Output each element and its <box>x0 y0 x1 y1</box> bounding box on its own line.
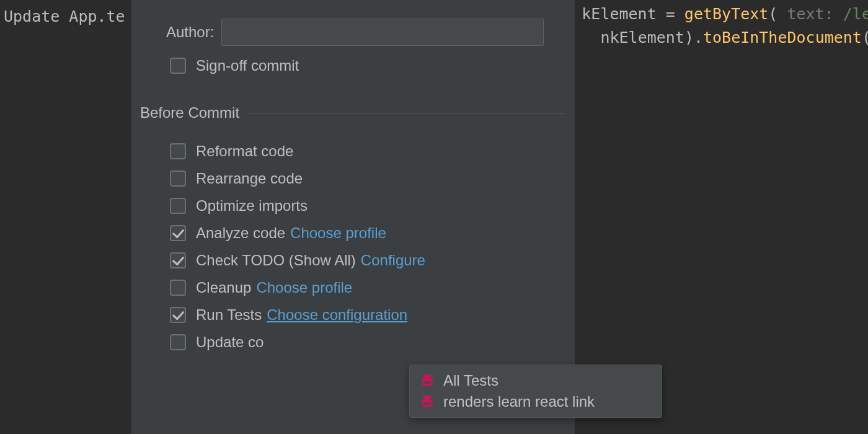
runtests-row: Run Tests Choose configuration <box>131 306 575 324</box>
analyze-label: Analyze code <box>196 224 285 242</box>
author-row: Author: <box>131 19 575 46</box>
signoff-checkbox[interactable] <box>170 58 186 74</box>
signoff-row: Sign-off commit <box>131 57 575 74</box>
todo-label: Check TODO (Show All) <box>196 252 356 269</box>
code-token: nkElement <box>600 29 684 46</box>
todo-row: Check TODO (Show All) Configure <box>131 252 575 269</box>
optimize-row: Optimize imports <box>131 197 575 215</box>
code-token: kElement <box>582 5 656 23</box>
code-inlay-hint: text: <box>787 5 833 23</box>
before-commit-header: Before Commit <box>131 104 575 122</box>
rearrange-label: Rearrange code <box>196 170 303 187</box>
analyze-choose-profile-link[interactable]: Choose profile <box>290 224 386 242</box>
popup-item-all-tests[interactable]: All Tests <box>410 370 662 391</box>
code-token: /lea <box>843 5 868 23</box>
code-token: () <box>862 29 868 46</box>
analyze-checkbox[interactable] <box>170 225 186 241</box>
code-line: nkElement).toBeInTheDocument() <box>600 26 868 50</box>
reformat-checkbox[interactable] <box>170 143 186 159</box>
rearrange-checkbox[interactable] <box>170 170 186 187</box>
author-input[interactable] <box>221 19 544 46</box>
signoff-label: Sign-off commit <box>196 57 299 74</box>
run-configuration-popup: All Tests renders learn react link <box>409 365 662 418</box>
jest-icon <box>420 373 435 388</box>
code-token: getByText <box>684 5 768 23</box>
update-label: Update co <box>196 334 264 351</box>
popup-item-label: All Tests <box>443 372 498 389</box>
runtests-label: Run Tests <box>196 306 262 324</box>
code-line: kElement = getByText( text: /lea <box>582 2 868 26</box>
todo-configure-link[interactable]: Configure <box>361 252 425 269</box>
divider <box>249 113 565 113</box>
code-token: ). <box>684 29 703 46</box>
update-row: Update co <box>131 334 575 351</box>
commit-message-text: Update App.te <box>4 5 125 29</box>
cleanup-row: Cleanup Choose profile <box>131 279 575 296</box>
code-token: toBeInTheDocument <box>703 29 862 46</box>
popup-item-renders-learn-react-link[interactable]: renders learn react link <box>410 391 662 412</box>
code-token: ( <box>768 5 777 23</box>
popup-item-label: renders learn react link <box>443 393 595 410</box>
reformat-row: Reformat code <box>131 143 575 160</box>
optimize-checkbox[interactable] <box>170 198 186 214</box>
jest-icon <box>420 394 435 409</box>
optimize-label: Optimize imports <box>196 197 308 215</box>
runtests-checkbox[interactable] <box>170 307 186 323</box>
runtests-choose-configuration-link[interactable]: Choose configuration <box>267 306 407 324</box>
author-label: Author: <box>166 24 214 41</box>
analyze-row: Analyze code Choose profile <box>131 224 575 242</box>
code-token: = <box>657 5 684 23</box>
reformat-label: Reformat code <box>196 143 293 160</box>
cleanup-choose-profile-link[interactable]: Choose profile <box>256 279 352 296</box>
cleanup-label: Cleanup <box>196 279 251 296</box>
update-checkbox[interactable] <box>170 334 186 350</box>
cleanup-checkbox[interactable] <box>170 280 186 296</box>
section-title: Before Commit <box>140 104 239 122</box>
rearrange-row: Rearrange code <box>131 170 575 187</box>
todo-checkbox[interactable] <box>170 252 186 268</box>
